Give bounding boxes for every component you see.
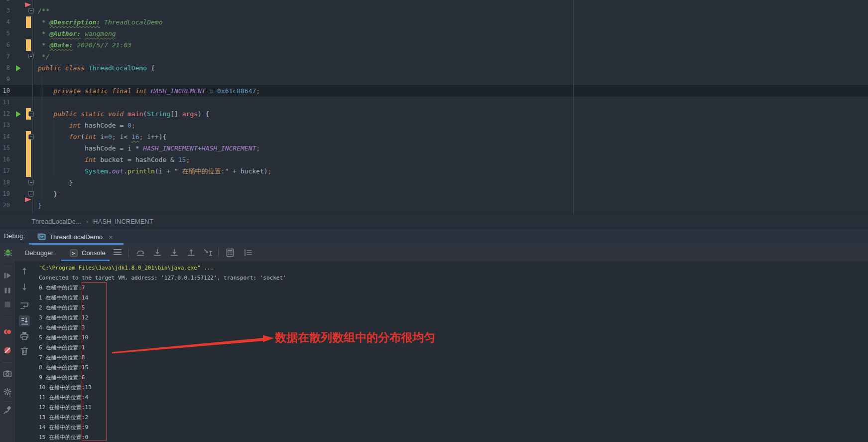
code-line[interactable]: 7 */	[0, 51, 868, 62]
console-line: 2 在桶中的位置:5	[39, 303, 286, 313]
view-breakpoints-icon[interactable]	[2, 327, 12, 337]
toolbar-separator	[218, 248, 219, 258]
force-step-into-icon[interactable]	[169, 248, 179, 258]
console-line: 12 在桶中的位置:11	[39, 403, 286, 413]
fold-icon[interactable]	[28, 54, 34, 59]
scroll-down-icon[interactable]	[19, 282, 30, 293]
line-number: 6	[0, 39, 10, 51]
fold-icon[interactable]	[28, 111, 34, 117]
console-line: "C:\Program Files\Java\jdk1.8.0_201\bin\…	[39, 263, 286, 273]
line-number: 3	[0, 5, 10, 16]
fold-icon[interactable]	[28, 180, 34, 185]
debug-toolbar: Debugger > Console	[0, 245, 868, 261]
run-gutter-icon[interactable]	[16, 65, 21, 71]
stop-icon[interactable]	[2, 299, 12, 309]
toolbar-separator	[2, 362, 13, 363]
line-number: 18	[0, 177, 10, 188]
pin-icon[interactable]	[2, 405, 12, 415]
line-number: 2	[0, 0, 10, 5]
settings-icon[interactable]	[2, 387, 12, 397]
line-number: 13	[0, 120, 10, 131]
evaluate-expression-icon[interactable]	[225, 248, 235, 258]
code-line[interactable]: 17 System.out.println(i + " 在桶中的位置:" + b…	[0, 165, 868, 177]
line-number: 16	[0, 154, 10, 165]
line-number: 11	[0, 97, 10, 108]
mute-breakpoints-icon[interactable]	[2, 345, 12, 355]
line-number: 19	[0, 188, 10, 200]
print-icon[interactable]	[19, 330, 30, 341]
debug-toolwindow-header: Debug: ThreadLocalDemo ×	[0, 228, 868, 245]
code-line[interactable]: 8public class ThreadLocalDemo {	[0, 62, 868, 74]
pause-icon[interactable]	[2, 286, 12, 295]
code-line[interactable]: 3/**	[0, 5, 868, 16]
console-line: 14 在桶中的位置:9	[39, 423, 286, 433]
console-line: 3 在桶中的位置:12	[39, 313, 286, 323]
vcs-change-marker	[26, 16, 31, 28]
toolbar-separator	[128, 248, 129, 258]
debug-session-tab[interactable]: ThreadLocalDemo ×	[29, 228, 118, 245]
breadcrumb-member[interactable]: HASH_INCREMENT	[93, 218, 153, 225]
code-line[interactable]: 13 int hashCode = 0;	[0, 120, 868, 131]
code-line[interactable]: 5 * @Author: wangmeng	[0, 28, 868, 39]
close-icon[interactable]: ×	[109, 233, 113, 241]
console-line: 1 在桶中的位置:14	[39, 293, 286, 303]
code-line[interactable]: 14 for(int i=0; i< 16; i++){	[0, 131, 868, 143]
toolbar-separator	[2, 266, 13, 266]
tab-debugger-label: Debugger	[25, 249, 53, 257]
clear-console-icon[interactable]	[19, 345, 30, 356]
code-line[interactable]: 12 public static void main(String[] args…	[0, 108, 868, 120]
code-line[interactable]: 4 * @Description: ThreadLocalDemo	[0, 16, 868, 28]
code-line[interactable]: 9	[0, 74, 868, 85]
run-gutter-icon[interactable]	[16, 111, 21, 117]
console-output[interactable]: "C:\Program Files\Java\jdk1.8.0_201\bin\…	[39, 263, 286, 442]
console-line: 9 在桶中的位置:6	[39, 373, 286, 383]
line-number: 17	[0, 165, 10, 177]
code-line[interactable]: 11	[0, 97, 868, 108]
console-icon: >	[70, 249, 78, 257]
code-line[interactable]: 10 private static final int HASH_INCREME…	[0, 85, 868, 97]
annotation-text: 数据在散列数组中的分布很均匀	[275, 330, 435, 345]
console-line: 13 在桶中的位置:2	[39, 413, 286, 423]
debug-bug-icon	[3, 248, 12, 257]
soft-wrap-icon[interactable]	[19, 300, 30, 311]
code-line[interactable]: 19 }	[0, 188, 868, 200]
step-out-icon[interactable]	[186, 248, 196, 258]
line-number: 8	[0, 62, 10, 74]
run-to-cursor-icon[interactable]	[203, 248, 213, 258]
console-line: 5 在桶中的位置:10	[39, 333, 286, 343]
code-line[interactable]: 16 int bucket = hashCode & 15;	[0, 154, 868, 165]
code-line[interactable]: 6 * @Date: 2020/5/7 21:03	[0, 39, 868, 51]
toolbar-separator	[2, 401, 13, 402]
editor-lines: 23/**4 * @Description: ThreadLocalDemo5 …	[0, 0, 868, 211]
console-line: 10 在桶中的位置:13	[39, 383, 286, 393]
line-number: 20	[0, 200, 10, 211]
step-over-icon[interactable]	[135, 248, 145, 258]
fold-icon[interactable]	[28, 134, 34, 140]
fold-icon[interactable]	[28, 191, 34, 197]
debug-label: Debug:	[4, 232, 25, 240]
session-app-icon	[37, 233, 46, 241]
screenshot-icon[interactable]	[2, 369, 12, 379]
tab-console[interactable]: > Console	[70, 245, 106, 261]
code-line[interactable]: 20}	[0, 200, 868, 211]
code-line[interactable]: 2	[0, 0, 868, 5]
console-line: 8 在桶中的位置:15	[39, 363, 286, 373]
fold-icon[interactable]	[28, 8, 34, 13]
scroll-to-end-icon[interactable]	[19, 315, 30, 326]
resume-icon[interactable]	[2, 271, 12, 281]
console-line: 0 在桶中的位置:7	[39, 283, 286, 293]
code-line[interactable]: 18 }	[0, 177, 868, 188]
step-into-icon[interactable]	[152, 248, 162, 258]
layout-settings-icon[interactable]	[243, 248, 253, 258]
annotation-rectangle	[82, 282, 107, 441]
tab-console-label: Console	[82, 249, 106, 257]
line-number: 10	[0, 85, 10, 97]
vcs-change-marker	[26, 165, 31, 177]
breadcrumb-file[interactable]: ThreadLocalDe...	[31, 218, 81, 225]
code-line[interactable]: 15 hashCode = i * HASH_INCREMENT+HASH_IN…	[0, 143, 868, 154]
console-line: 6 在桶中的位置:1	[39, 343, 286, 353]
scroll-up-icon[interactable]	[19, 266, 30, 277]
tab-debugger[interactable]: Debugger	[25, 245, 53, 261]
menu-icon[interactable]	[114, 249, 122, 256]
code-editor[interactable]: 23/**4 * @Description: ThreadLocalDemo5 …	[0, 0, 868, 214]
